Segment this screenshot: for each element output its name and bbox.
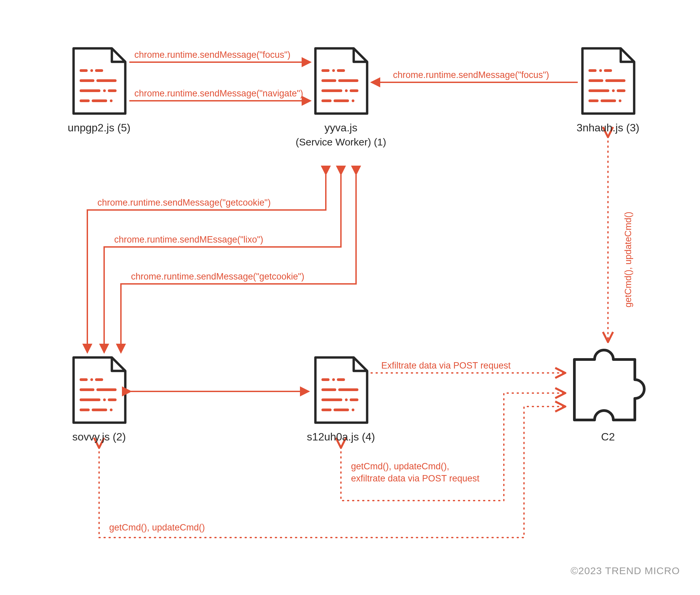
edgelabel-sovvy-c2: getCmd(), updateCmd() (109, 522, 205, 533)
copyright: ©2023 TREND MICRO (571, 565, 680, 576)
file-icon (74, 48, 125, 114)
file-icon (582, 48, 634, 114)
edgelabel-focus2: chrome.runtime.sendMessage("focus") (393, 70, 549, 80)
file-icon (315, 48, 367, 114)
edgelabel-focus1: chrome.runtime.sendMessage("focus") (134, 50, 291, 60)
label-s12uh0a: s12uh0a.js (4) (291, 430, 391, 444)
file-icon (315, 358, 367, 423)
label-unpgp2: unpgp2.js (5) (49, 121, 149, 135)
label-c2: C2 (558, 430, 658, 444)
edgelabel-exfil: Exfiltrate data via POST request (381, 361, 511, 371)
edgelabel-s12-c2: getCmd(), updateCmd(), exfiltrate data v… (351, 460, 479, 485)
puzzle-icon (574, 350, 644, 420)
edgelabel-nhauh-c2: getCmd(), updateCmd() (623, 212, 634, 307)
label-3nhauh: 3nhauh.js (3) (558, 121, 658, 135)
arrow-sovvy-c2 (99, 406, 564, 538)
edgelabel-navigate: chrome.runtime.sendMessage("navigate") (134, 88, 303, 99)
label-sovvy: sovvy.js (2) (49, 430, 149, 444)
file-icon (74, 358, 125, 423)
label-yyva: yyva.js (Service Worker) (1) (291, 121, 391, 149)
edgelabel-getcookie2: chrome.runtime.sendMessage("getcookie") (131, 272, 304, 282)
edgelabel-lixo: chrome.runtime.sendMEssage("lixo") (114, 234, 263, 245)
edgelabel-getcookie1: chrome.runtime.sendMessage("getcookie") (97, 198, 271, 208)
